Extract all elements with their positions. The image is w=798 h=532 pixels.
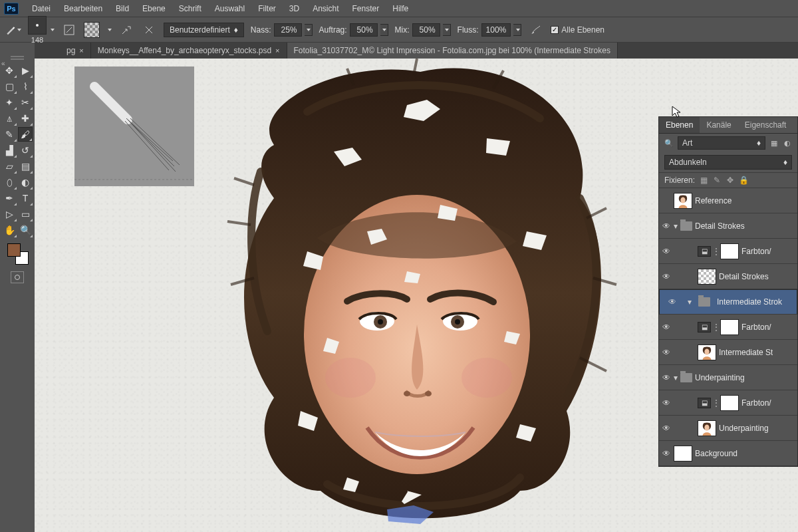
visibility-toggle-icon[interactable]: 👁	[659, 348, 674, 357]
auftrag-dropdown[interactable]	[380, 24, 388, 36]
disclosure-triangle-icon[interactable]: ▾	[674, 373, 680, 382]
heal-tool[interactable]: ✚	[18, 111, 33, 126]
foreground-color[interactable]	[7, 243, 21, 257]
visibility-toggle-icon[interactable]: 👁	[659, 449, 674, 458]
mix-dropdown[interactable]	[443, 24, 451, 36]
mask-thumbnail[interactable]	[720, 319, 739, 335]
layer-name[interactable]: Intermediate Strok	[717, 297, 782, 307]
menu-bearbeiten[interactable]: Bearbeiten	[57, 2, 109, 15]
brush-panel-toggle-icon[interactable]	[61, 22, 77, 38]
crop-tool[interactable]: ✂	[18, 95, 33, 110]
close-icon[interactable]: ×	[275, 47, 279, 55]
layer-name[interactable]: Detail Strokes	[719, 272, 769, 281]
toolbox-grip[interactable]	[11, 56, 24, 60]
visibility-toggle-icon[interactable]: 👁	[665, 297, 680, 307]
layer-row[interactable]: 👁⬓⋮Farbton/	[659, 315, 797, 340]
tool-preset-picker[interactable]	[5, 22, 21, 38]
mask-link-icon[interactable]: ⋮	[712, 323, 720, 332]
panel-tab-eigenschaften[interactable]: Eigenschaft	[738, 117, 793, 133]
hand-tool[interactable]: ✋	[2, 223, 17, 237]
layer-name[interactable]: Underpainting	[719, 424, 769, 433]
marquee-tool[interactable]: ▢	[2, 79, 17, 94]
color-swatches[interactable]	[6, 242, 29, 265]
disclosure-triangle-icon[interactable]: ▾	[688, 297, 694, 307]
lasso-tool[interactable]: ⌇	[18, 79, 33, 94]
visibility-toggle-icon[interactable]: 👁	[659, 424, 674, 433]
layer-row[interactable]: 👁▾Intermediate Strok	[659, 289, 797, 315]
brush-preset-picker[interactable]: 148	[28, 16, 55, 44]
pen-tool[interactable]: ✒	[2, 191, 17, 205]
zoom-tool[interactable]: 🔍	[18, 223, 33, 237]
panel-tab-kanaele[interactable]: Kanäle	[700, 117, 737, 133]
visibility-toggle-icon[interactable]: 👁	[659, 398, 674, 408]
filter-image-icon[interactable]: ▦	[769, 138, 779, 148]
lock-position-icon[interactable]: ✥	[726, 176, 735, 185]
visibility-toggle-icon[interactable]: 👁	[659, 247, 674, 256]
layer-name[interactable]: Background	[695, 449, 737, 458]
blur-tool[interactable]: ⬯	[2, 175, 17, 190]
shape-tool[interactable]: ▭	[18, 207, 33, 221]
layer-row[interactable]: 👁Background	[659, 441, 797, 466]
current-brush-load-icon[interactable]	[84, 22, 100, 38]
layer-row[interactable]: Reference	[659, 188, 797, 213]
lock-all-icon[interactable]: 🔒	[739, 176, 748, 185]
tab-0[interactable]: pg ×	[60, 43, 91, 59]
layer-thumbnail[interactable]	[698, 344, 716, 360]
filter-adj-icon[interactable]: ◐	[783, 138, 792, 148]
path-select-tool[interactable]: ▶	[18, 63, 33, 78]
nass-input[interactable]: 25%	[274, 23, 302, 37]
menu-3d[interactable]: 3D	[283, 2, 306, 15]
layer-thumbnail[interactable]	[698, 269, 716, 285]
type-tool[interactable]: T	[18, 191, 33, 205]
layer-name[interactable]: Farbton/	[741, 323, 771, 332]
mask-thumbnail[interactable]	[720, 243, 739, 259]
layer-thumbnail[interactable]	[674, 193, 692, 209]
visibility-toggle-icon[interactable]: 👁	[659, 323, 674, 332]
direct-select-tool[interactable]: ▷	[2, 207, 17, 221]
eyedropper-tool[interactable]: ⍋	[2, 111, 17, 126]
stamp-tool[interactable]: ▟	[2, 143, 17, 158]
layer-name[interactable]: Underpainting	[695, 373, 745, 382]
layer-name[interactable]: Intermediate St	[719, 348, 773, 357]
clean-brush-icon[interactable]	[141, 22, 157, 38]
menu-datei[interactable]: Datei	[25, 2, 57, 15]
menu-auswahl[interactable]: Auswahl	[208, 2, 251, 15]
layer-row[interactable]: 👁▾Underpainting	[659, 365, 797, 390]
alle-ebenen-checkbox[interactable]: ✓	[551, 26, 559, 34]
layer-row[interactable]: 👁Detail Strokes	[659, 264, 797, 289]
mask-link-icon[interactable]: ⋮	[712, 247, 720, 256]
menu-ansicht[interactable]: Ansicht	[306, 2, 345, 15]
layer-thumbnail[interactable]	[698, 420, 716, 436]
tab-2[interactable]: Fotolia_31037702_M© Light Impression - F…	[287, 43, 618, 59]
auftrag-input[interactable]: 50%	[350, 23, 378, 37]
layer-row[interactable]: 👁Intermediate St	[659, 340, 797, 365]
layer-name[interactable]: Reference	[695, 196, 732, 205]
layer-thumbnail[interactable]	[674, 446, 692, 462]
visibility-toggle-icon[interactable]: 👁	[659, 221, 674, 231]
menu-schrift[interactable]: Schrift	[172, 2, 208, 15]
dodge-tool[interactable]: ◐	[18, 175, 33, 190]
layer-row[interactable]: 👁▾Detail Strokes	[659, 213, 797, 239]
menu-fenster[interactable]: Fenster	[346, 2, 386, 15]
brush-tool[interactable]: ✎	[2, 127, 17, 142]
nass-dropdown[interactable]	[305, 24, 313, 36]
mix-input[interactable]: 50%	[412, 23, 440, 37]
panel-tab-ebenen[interactable]: Ebenen	[659, 117, 700, 133]
wand-tool[interactable]: ✦	[2, 95, 17, 110]
mask-link-icon[interactable]: ⋮	[712, 398, 720, 408]
visibility-toggle-icon[interactable]: 👁	[659, 373, 674, 382]
fluss-input[interactable]: 100%	[481, 23, 511, 37]
airbrush-icon[interactable]	[528, 22, 544, 38]
brush-combo-select[interactable]: Benutzerdefiniert ♦	[164, 23, 244, 37]
visibility-toggle-icon[interactable]: 👁	[659, 272, 674, 281]
tab-1[interactable]: Monkeys__Affen4_by_archaeopteryx_stocks.…	[91, 43, 287, 59]
menu-filter[interactable]: Filter	[251, 2, 283, 15]
mask-thumbnail[interactable]	[720, 395, 739, 411]
quick-mask-toggle[interactable]	[11, 271, 24, 283]
eraser-tool[interactable]: ▱	[2, 159, 17, 174]
layer-name[interactable]: Detail Strokes	[695, 221, 745, 231]
layer-name[interactable]: Farbton/	[741, 247, 771, 256]
disclosure-triangle-icon[interactable]: ▾	[674, 221, 680, 231]
layer-name[interactable]: Farbton/	[741, 398, 771, 408]
layer-filter-select[interactable]: Art ♦	[678, 136, 765, 150]
